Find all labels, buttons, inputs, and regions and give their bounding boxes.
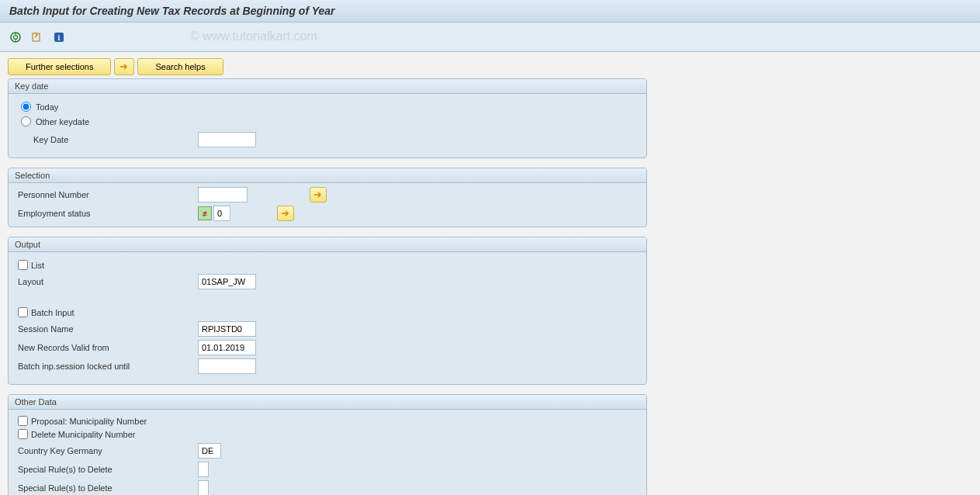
group-selection: Selection Personnel Number Employment st… <box>8 168 647 227</box>
radio-other-keydate[interactable] <box>21 116 31 126</box>
svg-point-1 <box>14 35 18 39</box>
label-locked-until: Batch inp.session locked until <box>18 362 198 371</box>
arrow-right-icon[interactable] <box>114 58 134 75</box>
input-special-rule-2[interactable] <box>198 480 209 495</box>
label-list: List <box>31 261 44 270</box>
multi-selection-personnel-button[interactable] <box>310 187 327 202</box>
execute-icon[interactable] <box>8 29 23 45</box>
checkbox-batch-input[interactable] <box>18 307 28 317</box>
group-keydate: Key date Today Other keydate Key Date <box>8 78 647 158</box>
group-other-title: Other Data <box>9 395 646 410</box>
checkbox-list[interactable] <box>18 260 28 270</box>
input-personnel-number[interactable] <box>198 187 248 202</box>
group-other-data: Other Data Proposal: Municipality Number… <box>8 394 647 495</box>
label-employment-status: Employment status <box>18 209 198 218</box>
label-keydate: Key Date <box>18 135 198 144</box>
checkbox-delete-municipality[interactable] <box>18 429 28 439</box>
search-helps-button[interactable]: Search helps <box>137 58 223 75</box>
input-country-key[interactable] <box>198 443 221 459</box>
input-special-rule-1[interactable] <box>198 462 209 477</box>
variant-icon[interactable] <box>29 29 45 45</box>
radio-other-keydate-label: Other keydate <box>36 117 89 126</box>
label-special-rule-2: Special Rule(s) to Delete <box>18 483 198 493</box>
label-session-name: Session Name <box>18 324 198 334</box>
svg-rect-4 <box>33 33 40 41</box>
page-title: Batch Input for Creating New Tax Records… <box>0 0 980 22</box>
input-employment-status[interactable] <box>213 206 230 221</box>
label-valid-from: New Records Valid from <box>18 343 198 352</box>
label-personnel-number: Personnel Number <box>18 190 198 199</box>
label-proposal-municipality: Proposal: Municipality Number <box>31 417 147 426</box>
further-selections-button[interactable]: Further selections <box>8 58 111 75</box>
input-valid-from[interactable] <box>198 340 256 355</box>
group-keydate-title: Key date <box>9 79 646 94</box>
group-output-title: Output <box>9 237 646 252</box>
radio-today-label: Today <box>36 102 58 112</box>
input-locked-until[interactable] <box>198 358 256 374</box>
info-icon[interactable]: i <box>51 29 67 45</box>
not-equal-icon[interactable]: ≠ <box>198 206 212 220</box>
group-selection-title: Selection <box>9 168 646 183</box>
label-country-key: Country Key Germany <box>18 446 198 455</box>
selection-button-row: Further selections Search helps <box>8 58 647 75</box>
app-toolbar: i <box>0 22 980 52</box>
input-session-name[interactable] <box>198 321 256 337</box>
input-layout[interactable] <box>198 274 256 289</box>
label-special-rule-1: Special Rule(s) to Delete <box>18 465 198 474</box>
radio-today[interactable] <box>21 102 31 112</box>
label-delete-municipality: Delete Municipality Number <box>31 430 136 439</box>
checkbox-proposal-municipality[interactable] <box>18 416 28 426</box>
svg-text:i: i <box>58 33 61 42</box>
label-layout: Layout <box>18 277 198 286</box>
input-keydate[interactable] <box>198 132 256 147</box>
label-batch-input: Batch Input <box>31 308 74 317</box>
multi-selection-employment-button[interactable] <box>277 206 294 221</box>
group-output: Output List Layout Batch Input Session N… <box>8 237 647 385</box>
